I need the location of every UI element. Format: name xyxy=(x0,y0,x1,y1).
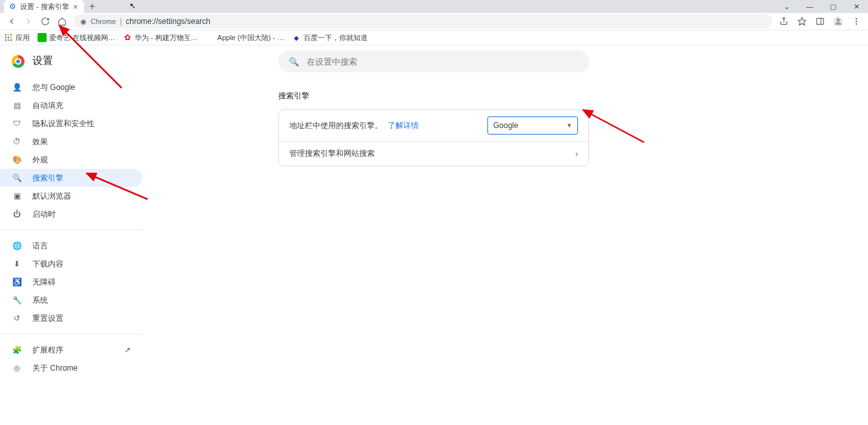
search-settings-box[interactable]: 🔍 xyxy=(278,50,589,72)
bookmark-item[interactable]: ◆ 百度一下，你就知道 xyxy=(292,33,368,43)
sidebar-item-on-startup[interactable]: ⏻启动时 xyxy=(0,205,142,223)
search-settings-input[interactable] xyxy=(307,57,579,67)
learn-more-link[interactable]: 了解详情 xyxy=(388,120,419,131)
sidebar-item-about-chrome[interactable]: ◎关于 Chrome xyxy=(0,359,142,377)
tab-strip: ⚙ 设置 - 搜索引擎 × + xyxy=(0,0,868,13)
favicon: ✿ xyxy=(123,33,132,42)
favicon xyxy=(206,33,215,42)
extension-icon: 🧩 xyxy=(12,345,22,354)
sidebar-item-label: 默认浏览器 xyxy=(32,191,71,202)
svg-point-7 xyxy=(856,23,857,25)
chevron-right-icon: › xyxy=(575,149,578,158)
bookmark-item[interactable]: 爱奇艺·在线视频网… xyxy=(38,33,115,43)
speedometer-icon: ⏱ xyxy=(12,137,22,146)
address-bar[interactable]: ◉ Chrome | chrome://settings/search xyxy=(74,14,772,28)
forward-button[interactable] xyxy=(21,14,36,29)
shield-icon: 🛡 xyxy=(12,119,22,128)
sidebar-item-label: 隐私设置和安全性 xyxy=(32,118,95,129)
sidebar-item-appearance[interactable]: 🎨外观 xyxy=(0,151,142,169)
svg-point-13 xyxy=(10,37,12,39)
profile-icon[interactable] xyxy=(830,14,846,29)
gear-icon: ⚙ xyxy=(9,2,16,11)
sidebar-item-you-and-google[interactable]: 👤您与 Google xyxy=(0,78,142,96)
sidebar-item-search-engine[interactable]: 🔍搜索引擎 xyxy=(0,169,142,187)
svg-point-16 xyxy=(10,39,12,41)
sidebar-item-reset[interactable]: ↺重置设置 xyxy=(0,309,142,327)
svg-rect-1 xyxy=(817,18,824,24)
search-icon: 🔍 xyxy=(289,57,299,67)
sidebar-item-extensions[interactable]: 🧩扩展程序↗ xyxy=(0,341,142,359)
back-button[interactable] xyxy=(4,14,19,29)
sidebar-item-label: 自动填充 xyxy=(32,100,63,111)
svg-point-4 xyxy=(836,18,840,21)
divider xyxy=(0,334,142,334)
sidebar-item-downloads[interactable]: ⬇下载内容 xyxy=(0,255,142,273)
svg-point-9 xyxy=(8,34,10,36)
browser-toolbar: ◉ Chrome | chrome://settings/search xyxy=(0,13,868,30)
section-title: 搜索引擎 xyxy=(278,91,589,102)
settings-main: 🔍 搜索引擎 地址栏中使用的搜索引擎。 了解详情 Google ▼ 管理搜索引擎… xyxy=(142,45,868,425)
person-icon: 👤 xyxy=(12,83,22,92)
svg-point-8 xyxy=(5,34,7,36)
sidebar-item-default-browser[interactable]: ▣默认浏览器 xyxy=(0,187,142,205)
bookmark-label: 爱奇艺·在线视频网… xyxy=(49,33,115,43)
apps-button[interactable]: 应用 xyxy=(4,33,30,43)
svg-point-14 xyxy=(5,39,7,41)
sidebar-item-label: 扩展程序 xyxy=(32,345,63,356)
new-tab-button[interactable]: + xyxy=(84,0,100,13)
chevron-down-icon[interactable]: ⌄ xyxy=(775,0,798,13)
caret-down-icon: ▼ xyxy=(566,122,572,129)
close-window-button[interactable]: ✕ xyxy=(845,0,868,13)
sidebar-item-label: 外观 xyxy=(32,155,48,166)
svg-point-5 xyxy=(856,18,857,19)
minimize-button[interactable]: — xyxy=(798,0,821,13)
bookmarks-bar: 应用 爱奇艺·在线视频网… ✿ 华为 - 构建万物互… Apple (中国大陆)… xyxy=(0,30,868,45)
power-icon: ⏻ xyxy=(12,210,22,219)
sidebar-item-system[interactable]: 🔧系统 xyxy=(0,291,142,309)
svg-point-11 xyxy=(5,37,7,39)
sidebar-item-performance[interactable]: ⏱效果 xyxy=(0,133,142,151)
maximize-button[interactable]: ▢ xyxy=(821,0,845,13)
site-info-icon[interactable]: ◉ xyxy=(80,17,87,26)
sidebar-item-autofill[interactable]: ▤自动填充 xyxy=(0,96,142,114)
search-engine-card: 地址栏中使用的搜索引擎。 了解详情 Google ▼ 管理搜索引擎和网站搜索 › xyxy=(278,109,589,166)
globe-icon: 🌐 xyxy=(12,241,22,250)
close-tab-icon[interactable]: × xyxy=(73,3,78,11)
star-icon[interactable] xyxy=(794,14,810,29)
site-identity-label: Chrome xyxy=(91,17,116,25)
svg-point-15 xyxy=(8,39,10,41)
menu-icon[interactable] xyxy=(849,14,864,29)
autofill-icon: ▤ xyxy=(12,101,22,110)
sidebar-item-label: 启动时 xyxy=(32,209,56,220)
share-icon[interactable] xyxy=(776,14,792,29)
sidebar-item-privacy[interactable]: 🛡隐私设置和安全性 xyxy=(0,114,142,133)
sidebar-item-accessibility[interactable]: ♿无障碍 xyxy=(0,273,142,291)
home-button[interactable] xyxy=(54,14,70,29)
sidebar-item-label: 系统 xyxy=(32,295,48,306)
sidebar-item-label: 无障碍 xyxy=(32,277,56,288)
manage-search-engines-row[interactable]: 管理搜索引擎和网站搜索 › xyxy=(279,141,588,166)
favicon xyxy=(38,33,47,42)
bookmark-label: 应用 xyxy=(16,33,30,43)
bookmark-item[interactable]: ✿ 华为 - 构建万物互… xyxy=(123,33,198,43)
sidebar-item-label: 语言 xyxy=(32,241,48,252)
row-label: 管理搜索引擎和网站搜索 xyxy=(289,148,375,159)
sidebar-nav: 👤您与 Google ▤自动填充 🛡隐私设置和安全性 ⏱效果 🎨外观 🔍搜索引擎… xyxy=(0,78,142,377)
tab-title: 设置 - 搜索引擎 xyxy=(20,2,69,12)
row-label: 地址栏中使用的搜索引擎。 xyxy=(289,120,383,131)
bookmark-item[interactable]: Apple (中国大陆) - … xyxy=(206,33,284,43)
sidebar-item-languages[interactable]: 🌐语言 xyxy=(0,237,142,255)
sidebar: 设置 👤您与 Google ▤自动填充 🛡隐私设置和安全性 ⏱效果 🎨外观 🔍搜… xyxy=(0,45,142,425)
wrench-icon: 🔧 xyxy=(12,296,22,305)
browser-icon: ▣ xyxy=(12,191,22,201)
reload-button[interactable] xyxy=(38,14,53,29)
svg-marker-0 xyxy=(798,17,806,25)
side-panel-icon[interactable] xyxy=(812,14,828,29)
sidebar-item-label: 重置设置 xyxy=(32,313,63,324)
search-icon: 🔍 xyxy=(12,173,22,182)
settings-title: 设置 xyxy=(32,54,53,68)
sidebar-item-label: 搜索引擎 xyxy=(32,173,63,184)
download-icon: ⬇ xyxy=(12,259,22,268)
search-engine-select[interactable]: Google ▼ xyxy=(487,116,578,135)
browser-tab[interactable]: ⚙ 设置 - 搜索引擎 × xyxy=(4,0,84,13)
